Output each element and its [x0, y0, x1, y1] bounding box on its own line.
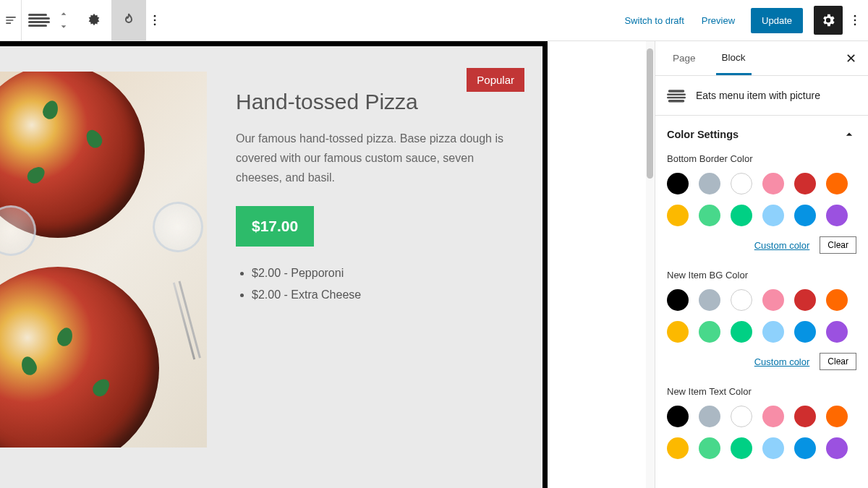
svg-point-4 [854, 20, 856, 22]
color-swatch[interactable] [699, 321, 720, 343]
close-icon[interactable]: ✕ [846, 51, 856, 67]
color-swatch[interactable] [699, 205, 720, 226]
settings-sidebar: Page Block ✕ Eats menu item with picture… [655, 41, 868, 488]
svg-point-3 [854, 15, 856, 17]
switch-to-draft-link[interactable]: Switch to draft [616, 15, 692, 26]
color-swatch[interactable] [699, 406, 720, 427]
editor-toolbar: Switch to draft Preview Update [0, 0, 868, 41]
tab-page[interactable]: Page [667, 43, 702, 74]
block-icon-burger[interactable] [22, 0, 56, 40]
menu-item-block[interactable]: Popular Hand-tossed Pizza [0, 41, 548, 488]
chevron-up-icon [842, 127, 856, 142]
field-bottom-border-color: Bottom Border Color Custom color Clear [667, 153, 856, 254]
field-new-item-bg-color: New Item BG Color Custom color Clear [667, 270, 856, 370]
preview-link[interactable]: Preview [693, 15, 744, 26]
field-label: Bottom Border Color [667, 153, 856, 164]
color-swatch[interactable] [826, 406, 848, 427]
color-swatch[interactable] [826, 205, 848, 226]
color-swatch[interactable] [667, 437, 689, 459]
product-title[interactable]: Hand-tossed Pizza [236, 90, 514, 114]
color-swatch[interactable] [731, 173, 752, 194]
list-item: $2.00 - Extra Cheese [252, 284, 514, 306]
popular-badge: Popular [467, 68, 524, 92]
color-swatch[interactable] [794, 173, 816, 194]
product-description[interactable]: Our famous hand-tossed pizza. Base pizza… [236, 129, 514, 188]
block-name: Eats menu item with picture [696, 90, 820, 101]
scrollbar[interactable] [646, 41, 655, 488]
field-label: New Item Text Color [667, 386, 856, 397]
color-swatch[interactable] [794, 321, 816, 343]
field-label: New Item BG Color [667, 270, 856, 281]
custom-color-link[interactable]: Custom color [754, 356, 810, 367]
sidebar-tabs: Page Block ✕ [655, 41, 868, 76]
svg-rect-7 [667, 93, 686, 95]
svg-point-2 [154, 24, 156, 26]
color-swatch[interactable] [667, 205, 689, 226]
custom-color-link[interactable]: Custom color [754, 240, 810, 251]
color-swatch[interactable] [731, 406, 752, 427]
color-settings-toggle[interactable]: Color Settings [655, 116, 868, 153]
color-swatch[interactable] [794, 205, 816, 226]
color-swatch[interactable] [762, 173, 784, 194]
product-info: Hand-tossed Pizza Our famous hand-tossed… [207, 72, 542, 448]
update-button[interactable]: Update [751, 8, 803, 33]
color-swatches [667, 173, 856, 226]
toolbar-left [0, 0, 163, 40]
svg-point-0 [154, 15, 156, 17]
field-new-item-text-color: New Item Text Color [667, 386, 856, 459]
settings-button[interactable] [814, 6, 843, 35]
clear-button[interactable]: Clear [820, 236, 856, 254]
back-button[interactable] [0, 0, 22, 40]
clear-button[interactable]: Clear [820, 353, 856, 370]
tab-block[interactable]: Block [716, 42, 752, 75]
color-swatch[interactable] [762, 437, 784, 459]
color-swatch[interactable] [731, 289, 752, 311]
product-price[interactable]: $17.00 [236, 206, 314, 247]
svg-rect-6 [668, 90, 685, 92]
color-settings-panel: Bottom Border Color Custom color Clear N… [655, 153, 868, 478]
color-swatch[interactable] [762, 321, 784, 343]
color-swatch[interactable] [699, 173, 720, 194]
color-swatch[interactable] [731, 437, 752, 459]
popular-flame-icon[interactable] [111, 0, 146, 40]
color-swatch[interactable] [762, 289, 784, 311]
product-row: Hand-tossed Pizza Our famous hand-tossed… [0, 72, 542, 448]
editor-more-icon[interactable] [846, 0, 864, 40]
svg-rect-8 [667, 97, 686, 99]
product-extras-list[interactable]: $2.00 - Pepporoni $2.00 - Extra Cheese [236, 262, 514, 307]
svg-point-5 [854, 24, 856, 26]
move-arrows[interactable] [56, 0, 77, 40]
color-swatch[interactable] [826, 289, 848, 311]
color-swatch[interactable] [667, 173, 689, 194]
color-swatch[interactable] [667, 321, 689, 343]
main-area: Popular Hand-tossed Pizza [0, 41, 868, 488]
block-more-icon[interactable] [146, 0, 163, 40]
block-identity: Eats menu item with picture [655, 76, 868, 116]
color-swatch[interactable] [667, 406, 689, 427]
color-swatch[interactable] [826, 437, 848, 459]
color-swatch[interactable] [794, 406, 816, 427]
color-swatches [667, 289, 856, 343]
editor-canvas-area: Popular Hand-tossed Pizza [0, 41, 655, 488]
svg-rect-9 [668, 100, 685, 102]
list-item: $2.00 - Pepporoni [252, 262, 514, 284]
svg-point-1 [154, 20, 156, 22]
color-swatch[interactable] [794, 437, 816, 459]
color-swatch[interactable] [731, 321, 752, 343]
color-swatch[interactable] [826, 321, 848, 343]
toolbar-right: Switch to draft Preview Update [616, 0, 868, 40]
color-swatch[interactable] [762, 205, 784, 226]
color-swatch[interactable] [794, 289, 816, 311]
new-badge-icon[interactable] [77, 0, 111, 40]
color-swatch[interactable] [731, 205, 752, 226]
color-swatch[interactable] [826, 173, 848, 194]
color-swatch[interactable] [667, 289, 689, 311]
color-swatches [667, 406, 856, 459]
color-swatch[interactable] [699, 437, 720, 459]
color-swatch[interactable] [699, 289, 720, 311]
burger-icon [667, 87, 686, 103]
color-swatch[interactable] [762, 406, 784, 427]
product-image[interactable] [0, 72, 207, 448]
